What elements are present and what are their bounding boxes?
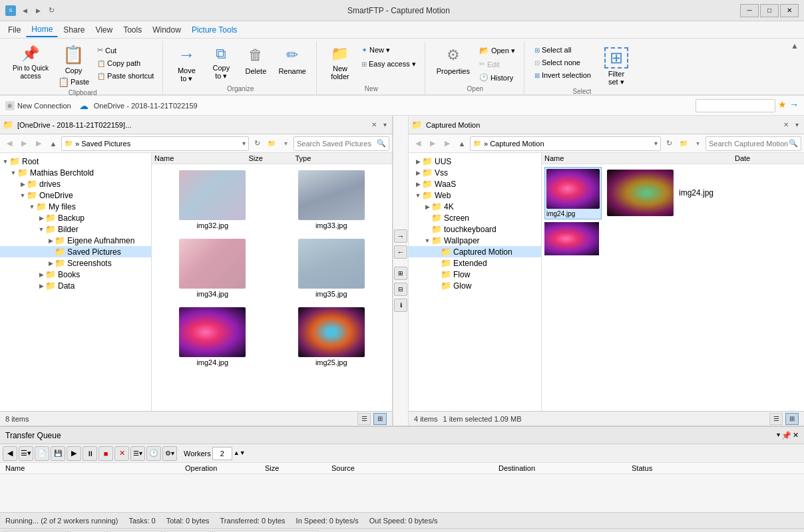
col-type-header[interactable]: Type xyxy=(296,154,390,162)
restore-button[interactable]: □ xyxy=(760,4,779,17)
right-tree-vss[interactable]: ▶ 📁 Vss xyxy=(409,167,541,178)
left-search-input[interactable] xyxy=(297,140,377,148)
copy-path-button[interactable]: 📋 Copy path xyxy=(94,57,157,69)
right-tree-flow[interactable]: ▶ 📁 Flow xyxy=(409,269,541,280)
left-grid-view-btn[interactable]: ⊞ xyxy=(373,413,387,425)
title-nav-refresh[interactable]: ↻ xyxy=(45,5,57,17)
tq-dropdown-btn[interactable]: ▾ xyxy=(777,431,780,440)
menu-window[interactable]: Window xyxy=(147,23,186,37)
address-forward-icon[interactable]: → xyxy=(789,99,799,112)
tq-save-btn[interactable]: 💾 xyxy=(51,446,65,461)
tq-col-source[interactable]: Source xyxy=(331,464,499,472)
right-refresh[interactable]: ↻ xyxy=(662,137,676,150)
tq-pause-btn[interactable]: ⏸ xyxy=(83,446,97,461)
right-search-box[interactable]: 🔍 xyxy=(705,136,801,151)
right-tree-uus[interactable]: ▶ 📁 UUS xyxy=(409,156,541,167)
right-nav-forward[interactable]: ▶ xyxy=(426,137,439,150)
tree-item-eigene[interactable]: ▶ 📁 Eigene Aufnahmen xyxy=(0,235,151,246)
right-breadcrumb-dropdown[interactable]: ▾ xyxy=(654,140,658,147)
left-nav-back[interactable]: ◀ xyxy=(3,137,16,150)
menu-picture-tools[interactable]: Picture Tools xyxy=(186,23,242,37)
right-file-img24-selected[interactable]: img24.jpg xyxy=(544,167,602,219)
history-button[interactable]: 🕐 History xyxy=(476,71,518,84)
right-tree-wallpaper[interactable]: ▼ 📁 Wallpaper xyxy=(409,235,541,246)
workers-input[interactable] xyxy=(212,447,232,460)
col-size-header[interactable]: Size xyxy=(249,154,296,162)
menu-tools[interactable]: Tools xyxy=(118,23,147,37)
left-file-img34[interactable]: img34.jpg xyxy=(154,235,271,301)
right-tree-web[interactable]: ▼ 📁 Web xyxy=(409,190,541,201)
edit-button[interactable]: ✏ Edit xyxy=(476,58,518,70)
transfer-right-btn[interactable]: → xyxy=(394,229,407,243)
move-to-button[interactable]: → Moveto ▾ xyxy=(170,41,203,84)
right-tree-glow[interactable]: ▶ 📁 Glow xyxy=(409,280,541,291)
col-name-header[interactable]: Name xyxy=(154,154,249,162)
right-nav-up[interactable]: ▲ xyxy=(455,137,469,150)
tq-col-size[interactable]: Size xyxy=(265,464,331,472)
left-extra-btn1[interactable]: 📁 xyxy=(265,137,278,150)
new-button[interactable]: ✦ New ▾ xyxy=(358,44,419,57)
tree-item-myfiles[interactable]: ▼ 📁 My files xyxy=(0,201,151,212)
close-button[interactable]: ✕ xyxy=(780,4,799,17)
menu-file[interactable]: File xyxy=(3,23,26,37)
right-tree-captured-motion[interactable]: ▶ 📁 Captured Motion xyxy=(409,246,541,257)
address-dropdown[interactable] xyxy=(696,99,775,112)
right-extra-btn1[interactable]: 📁 xyxy=(677,137,690,150)
select-none-button[interactable]: ⊟ Select none xyxy=(531,57,594,68)
tree-item-drives[interactable]: ▶ 📁 drives xyxy=(0,178,151,190)
menu-view[interactable]: View xyxy=(90,23,118,37)
tree-item-data[interactable]: ▶ 📁 Data xyxy=(0,280,151,291)
tree-item-books[interactable]: ▶ 📁 Books xyxy=(0,269,151,280)
tq-col-name[interactable]: Name xyxy=(5,464,185,472)
pin-button[interactable]: 📌 Pin to Quickaccess xyxy=(8,41,53,84)
properties-button[interactable]: ⚙ Properties xyxy=(432,41,475,84)
right-nav-forward2[interactable]: ▶ xyxy=(441,137,454,150)
tree-item-bilder[interactable]: ▼ 📁 Bilder xyxy=(0,223,151,235)
right-extra-btn2[interactable]: ▾ xyxy=(691,137,704,150)
left-file-img33[interactable]: img33.jpg xyxy=(274,167,390,233)
right-search-input[interactable] xyxy=(709,140,789,148)
bookmark-icon[interactable]: ★ xyxy=(778,99,787,112)
left-file-img24[interactable]: img24.jpg xyxy=(154,304,271,370)
delete-button[interactable]: 🗑 Delete xyxy=(239,41,272,84)
tree-item-onedrive[interactable]: ▼ 📁 OneDrive xyxy=(0,190,151,201)
left-extra-btn2[interactable]: ▾ xyxy=(279,137,292,150)
right-col-name-header[interactable]: Name xyxy=(544,154,735,162)
compare-btn[interactable]: ⊟ xyxy=(394,283,407,296)
right-pane-close[interactable]: ✕ xyxy=(781,120,791,129)
left-breadcrumb[interactable]: 📁 » Saved Pictures ▾ xyxy=(61,136,249,151)
left-file-img32[interactable]: img32.jpg xyxy=(154,167,271,233)
left-nav-forward[interactable]: ▶ xyxy=(17,137,31,150)
tq-cancel-btn[interactable]: ✕ xyxy=(114,446,129,461)
right-tree-waas[interactable]: ▶ 📁 WaaS xyxy=(409,178,541,190)
right-tree-extended[interactable]: ▶ 📁 Extended xyxy=(409,257,541,269)
tree-item-saved-pictures[interactable]: ▶ 📁 Saved Pictures xyxy=(0,246,151,257)
right-pane-dropdown[interactable]: ▾ xyxy=(793,120,801,129)
tree-item-mathias[interactable]: ▼ 📁 Mathias Berchtold xyxy=(0,167,151,178)
new-folder-button[interactable]: 📁 Newfolder xyxy=(323,41,357,84)
minimize-button[interactable]: ─ xyxy=(740,4,759,17)
left-file-img25[interactable]: img25.jpg xyxy=(274,304,390,370)
copy-button[interactable]: 📋 Copy xyxy=(55,41,93,76)
tree-item-root[interactable]: ▼ 📁 Root xyxy=(0,156,151,167)
tq-stop-btn[interactable]: ■ xyxy=(99,446,113,461)
menu-home[interactable]: Home xyxy=(26,23,58,37)
tq-list-btn[interactable]: ☰▾ xyxy=(130,446,145,461)
left-nav-up[interactable]: ▲ xyxy=(47,137,60,150)
easy-access-button[interactable]: ⊞ Easy access ▾ xyxy=(358,58,419,70)
info-btn[interactable]: ℹ xyxy=(394,299,407,312)
paste-button[interactable]: 📋 Paste xyxy=(55,76,93,88)
cut-button[interactable]: ✂ Cut xyxy=(94,44,157,57)
sync-btn[interactable]: ⊞ xyxy=(394,267,407,280)
left-nav-forward2[interactable]: ▶ xyxy=(32,137,45,150)
tq-pin-btn[interactable]: 📌 xyxy=(781,431,791,440)
left-pane-close[interactable]: ✕ xyxy=(369,120,379,129)
tq-col-operation[interactable]: Operation xyxy=(185,464,265,472)
right-list-view-btn[interactable]: ☰ xyxy=(769,413,783,425)
rename-button[interactable]: ✏ Rename xyxy=(274,41,311,84)
tq-col-status[interactable]: Status xyxy=(632,464,799,472)
tq-clock-btn[interactable]: 🕐 xyxy=(146,446,161,461)
tq-menu-btn[interactable]: ☰▾ xyxy=(19,446,33,461)
right-nav-back[interactable]: ◀ xyxy=(411,137,425,150)
right-breadcrumb[interactable]: 📁 » Captured Motion ▾ xyxy=(470,136,661,151)
